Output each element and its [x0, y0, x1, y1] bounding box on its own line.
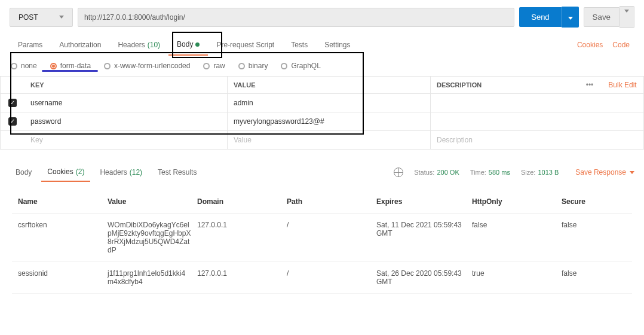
- link-code[interactable]: Code: [608, 35, 634, 55]
- cookie-value: j1f11prg1lnh1elo5d1kki4m4x8dfyb4: [108, 269, 197, 286]
- chevron-down-icon: [59, 16, 64, 19]
- tab-body[interactable]: Body: [168, 34, 208, 56]
- kv-row-placeholder: Key Value Description: [0, 131, 644, 150]
- tab-body-label: Body: [177, 40, 193, 48]
- radio-icon: [50, 63, 57, 69]
- cookie-httponly: false: [472, 221, 562, 229]
- cookie-col-domain: Domain: [197, 197, 287, 206]
- save-button[interactable]: Save: [584, 7, 620, 27]
- cookie-col-path: Path: [287, 197, 376, 206]
- size-value: 1013 B: [538, 169, 559, 176]
- method-select[interactable]: POST: [10, 8, 73, 27]
- body-indicator-icon: [195, 42, 200, 47]
- kv-key-input[interactable]: password: [24, 112, 228, 130]
- status-label: Status:: [414, 169, 434, 176]
- cookie-col-value: Value: [108, 197, 197, 206]
- cookie-secure: false: [562, 269, 621, 278]
- send-button[interactable]: Send: [519, 7, 561, 27]
- kv-value-input[interactable]: admin: [228, 94, 431, 112]
- row-checkbox[interactable]: ✓: [8, 117, 17, 126]
- tab-authorization[interactable]: Authorization: [51, 35, 109, 55]
- row-checkbox[interactable]: ✓: [8, 99, 17, 107]
- status-value: 200 OK: [437, 169, 459, 176]
- radio-icon: [238, 63, 245, 69]
- radio-form-data[interactable]: form-data: [50, 62, 91, 70]
- kv-desc-input[interactable]: [431, 94, 643, 112]
- cookie-path: /: [287, 269, 376, 278]
- res-tab-cookies-label: Cookies: [47, 168, 73, 176]
- radio-icon: [281, 63, 287, 69]
- save-response-button[interactable]: Save Response: [569, 168, 634, 176]
- cookie-expires: Sat, 26 Dec 2020 05:59:43 GMT: [376, 269, 472, 286]
- kv-desc-placeholder[interactable]: Description: [431, 131, 643, 149]
- res-tab-tests[interactable]: Test Results: [152, 163, 203, 181]
- res-tab-headers-count: (12): [130, 168, 142, 176]
- cookie-name: sessionid: [18, 269, 108, 278]
- cookie-name: csrftoken: [18, 221, 108, 229]
- radio-raw-label: raw: [213, 62, 225, 70]
- radio-raw[interactable]: raw: [203, 62, 225, 70]
- res-tab-body[interactable]: Body: [10, 163, 38, 181]
- tab-tests[interactable]: Tests: [283, 35, 316, 55]
- check-icon: ✓: [10, 100, 15, 106]
- kv-desc-input[interactable]: [431, 112, 643, 130]
- radio-urlencoded[interactable]: x-www-form-urlencoded: [104, 62, 190, 70]
- time-value: 580 ms: [489, 169, 510, 176]
- send-dropdown[interactable]: [562, 7, 579, 28]
- chevron-down-icon: [630, 171, 634, 174]
- radio-icon: [11, 63, 17, 69]
- kv-header-description: DESCRIPTION: [431, 77, 578, 93]
- tab-headers[interactable]: Headers (10): [109, 35, 168, 55]
- res-tab-headers[interactable]: Headers (12): [94, 163, 148, 181]
- cookie-col-name: Name: [18, 197, 108, 206]
- check-icon: ✓: [10, 118, 15, 124]
- annotation-underline: [42, 70, 98, 72]
- tab-params[interactable]: Params: [10, 35, 51, 55]
- radio-form-data-label: form-data: [60, 62, 91, 70]
- kv-key-input[interactable]: username: [24, 94, 228, 112]
- tab-headers-label: Headers: [118, 41, 145, 49]
- tab-settings[interactable]: Settings: [316, 35, 358, 55]
- kv-value-placeholder[interactable]: Value: [228, 131, 431, 149]
- radio-graphql-label: GraphQL: [291, 62, 320, 70]
- kv-row: ✓ username admin: [0, 94, 644, 112]
- cookie-domain: 127.0.0.1: [197, 269, 287, 278]
- size-label: Size:: [521, 169, 535, 176]
- url-input[interactable]: http://127.0.0.1:8000/auth/login/: [78, 8, 514, 27]
- cookie-path: /: [287, 221, 376, 229]
- save-dropdown[interactable]: [620, 6, 634, 28]
- res-tab-cookies[interactable]: Cookies (2): [41, 163, 90, 182]
- kv-more-button[interactable]: •••: [578, 77, 602, 93]
- radio-binary[interactable]: binary: [238, 62, 268, 70]
- globe-icon[interactable]: [394, 168, 403, 177]
- kv-key-placeholder[interactable]: Key: [24, 131, 228, 149]
- radio-binary-label: binary: [249, 62, 268, 70]
- status-block: Status: 200 OK: [414, 169, 459, 176]
- cookie-row: csrftoken WOmDibiXDo6ykagYc6elpMjE9zkty9…: [12, 214, 632, 262]
- link-cookies[interactable]: Cookies: [572, 35, 608, 55]
- cookie-httponly: true: [472, 269, 562, 278]
- tab-headers-count: (10): [148, 41, 160, 49]
- cookie-row: sessionid j1f11prg1lnh1elo5d1kki4m4x8dfy…: [12, 262, 632, 294]
- cookie-col-httponly: HttpOnly: [472, 197, 562, 206]
- cookie-col-expires: Expires: [376, 197, 472, 206]
- chevron-down-icon: [624, 10, 629, 22]
- cookie-col-secure: Secure: [562, 197, 621, 206]
- kv-value-input[interactable]: myverylongpassword123@#: [228, 112, 431, 130]
- cookie-expires: Sat, 11 Dec 2021 05:59:43 GMT: [376, 221, 472, 237]
- radio-none[interactable]: none: [11, 62, 37, 70]
- time-block: Time: 580 ms: [470, 169, 510, 176]
- radio-urlencoded-label: x-www-form-urlencoded: [114, 62, 190, 70]
- radio-graphql[interactable]: GraphQL: [281, 62, 320, 70]
- kv-row: ✓ password myverylongpassword123@#: [0, 112, 644, 131]
- radio-none-label: none: [21, 62, 37, 70]
- radio-icon: [104, 63, 111, 69]
- cookie-value: WOmDibiXDo6ykagYc6elpMjE9zkty9ovftqgEgHb…: [108, 221, 197, 254]
- method-label: POST: [19, 13, 38, 22]
- tab-prerequest[interactable]: Pre-request Script: [208, 35, 283, 55]
- size-block: Size: 1013 B: [521, 169, 559, 176]
- radio-icon: [203, 63, 210, 69]
- cookie-domain: 127.0.0.1: [197, 221, 287, 229]
- bulk-edit-link[interactable]: Bulk Edit: [602, 77, 643, 93]
- kv-header-value: VALUE: [228, 77, 431, 93]
